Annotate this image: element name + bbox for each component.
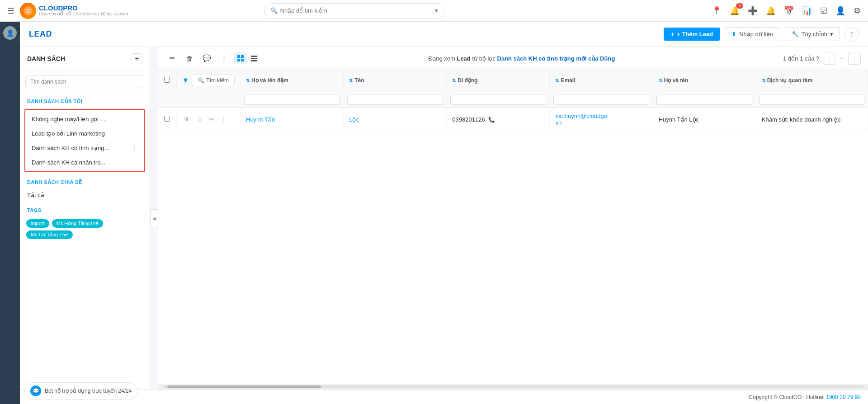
svg-rect-3 [241, 55, 244, 58]
header-email: ⇅ Email [550, 70, 653, 91]
shared-list-item[interactable]: Tất cả [20, 188, 150, 202]
pagination: 1 đến 1 của ? ‹ ··· › [783, 52, 861, 65]
svg-rect-5 [241, 59, 244, 61]
toolbar: ✏ 🗑 💬 ⋮ Đang xem Lead [158, 47, 868, 70]
logo-text: CLOUDPRO CHUYÊN ĐỔI SỐ CHUYÊN SÂU TỪNG N… [39, 5, 128, 16]
alert-icon[interactable]: 🔔 [766, 6, 776, 16]
add-list-button[interactable]: + [132, 53, 142, 64]
hotline-link[interactable]: 1900 29 29 90 [826, 394, 861, 400]
list-item[interactable]: Danh sách KH có tình trạng... ⋮ [25, 141, 144, 155]
col-label: Tên [354, 77, 364, 84]
help-button[interactable]: ? [844, 27, 859, 42]
chatbot-icon: 💬 [30, 385, 41, 396]
search-ten[interactable] [347, 94, 443, 105]
global-search[interactable]: 🔍 ▼ [264, 3, 445, 19]
footer-copyright: Copyright © CloudGO | Hotline: 1900 29 2… [749, 394, 861, 400]
notification-count: 6 [736, 3, 743, 9]
header-ho-va-ten: ⇅ Họ và tên [653, 70, 756, 91]
header-ten: ⇅ Tên [344, 70, 447, 91]
more-row-icon[interactable]: ⋮ [219, 115, 229, 124]
filter-info: Đang xem Lead từ bộ lọc Danh sách KH có … [264, 55, 779, 62]
phone-icon[interactable]: 📞 [488, 117, 495, 123]
search-ho-va-ten[interactable] [656, 94, 752, 105]
page-content: LEAD + + Thêm Lead ⬇ Nhập dữ liệu 🔧 Tùy … [20, 22, 868, 404]
hamburger-menu[interactable]: ☰ [7, 6, 14, 16]
icon-sidebar: 👤 [0, 22, 20, 404]
header-checkbox-col [158, 70, 176, 91]
next-page-button[interactable]: › [848, 52, 861, 65]
search-ho-va-ten-dem[interactable] [244, 94, 340, 105]
search-cell-ho-va-ten-dem [241, 91, 344, 108]
edit-row-icon[interactable]: ✏ [207, 115, 216, 124]
tag-item[interactable]: Ms Hồng Tặng thẻ [52, 219, 103, 228]
add-lead-button[interactable]: + + Thêm Lead [664, 28, 720, 41]
list-item-label: Lead tạo bởi Linh marketing [32, 130, 105, 137]
user-avatar[interactable]: 👤 [3, 26, 17, 40]
svg-rect-4 [237, 59, 240, 61]
ho-va-ten-dem-link[interactable]: Huỳnh Tấn [246, 116, 275, 123]
search-di-dong[interactable] [450, 94, 546, 105]
user-icon[interactable]: 👤 [835, 6, 845, 16]
header-dich-vu: ⇅ Dịch vụ quan tâm [756, 70, 868, 91]
customize-button[interactable]: 🔧 Tùy chỉnh ▾ [785, 27, 840, 41]
list-view-button[interactable] [248, 52, 260, 64]
list-item[interactable]: Danh sách KH cá nhân tro... ⋮ [25, 155, 144, 169]
collapse-panel-button[interactable]: ◀ [150, 209, 158, 227]
row-actions-cell: 👁 ☆ ✏ ⋮ [176, 108, 241, 131]
sort-icon: ⇅ [452, 78, 456, 83]
search-input[interactable] [280, 7, 431, 14]
row-ten: Lộc [344, 108, 447, 131]
table-container: ▼ 🔍 Tìm kiếm ⇅ [158, 70, 868, 384]
location-icon[interactable]: 📍 [712, 6, 722, 16]
filter-link-text[interactable]: Danh sách KH có tình trạng mới của Dũng [497, 55, 615, 62]
table-row: 👁 ☆ ✏ ⋮ Huỳnh Tấn [158, 108, 868, 131]
row-checkbox[interactable] [164, 116, 170, 122]
filter-row-icon[interactable]: ▼ [182, 76, 189, 85]
more-toolbar-icon[interactable]: ⋮ [217, 52, 231, 65]
search-email[interactable] [553, 94, 649, 105]
grid-view-button[interactable] [234, 52, 247, 64]
more-icon[interactable]: ⋮ [132, 144, 138, 151]
comment-icon[interactable]: 💬 [200, 52, 213, 65]
email-link[interactable]: loc.huynh@cloudgo.vn [555, 113, 609, 126]
filter-pre-text: Đang xem [429, 55, 457, 62]
list-item[interactable]: Không nghe máy/Hẹn gọi ... ⋮ [25, 112, 144, 126]
nav-icon-group: 📍 🔔 6 ➕ 🔔 📅 📊 ☑ 👤 ⚙ [712, 6, 861, 16]
tag-item[interactable]: import [26, 219, 49, 228]
ten-link[interactable]: Lộc [349, 116, 359, 123]
delete-icon[interactable]: 🗑 [183, 52, 196, 65]
left-panel: DANH SÁCH + DANH SÁCH CỦA TÔI Không nghe… [20, 47, 150, 390]
table-search-row [158, 91, 868, 108]
col-label: Di động [458, 77, 477, 84]
row-di-dong: 0398201126 📞 [447, 108, 550, 131]
add-circle-icon[interactable]: ➕ [748, 6, 758, 16]
header-actions: + + Thêm Lead ⬇ Nhập dữ liệu 🔧 Tùy chỉnh… [664, 27, 859, 42]
tag-item[interactable]: Ms Chỉ tặng Thẻ [26, 230, 73, 239]
checkbox-icon[interactable]: ☑ [820, 6, 827, 16]
chatbot-widget[interactable]: 💬 Bot hỗ trợ sử dụng trực tuyến 24/24 [24, 382, 137, 399]
row-checkbox-cell [158, 108, 176, 131]
shared-lists-label: DANH SÁCH CHIA SẼ [20, 174, 150, 188]
left-panel-header: DANH SÁCH + [20, 47, 150, 71]
select-all-checkbox[interactable] [164, 77, 170, 83]
view-icon[interactable]: 👁 [182, 115, 192, 124]
header-di-dong: ⇅ Di động [447, 70, 550, 91]
scrollbar-thumb[interactable] [167, 385, 321, 388]
edit-icon[interactable]: ✏ [165, 52, 179, 65]
search-list-input[interactable] [25, 75, 144, 88]
my-lists-box: Không nghe máy/Hẹn gọi ... ⋮ Lead tạo bở… [24, 109, 145, 172]
horizontal-scrollbar[interactable] [158, 384, 868, 390]
list-item[interactable]: Lead tạo bởi Linh marketing ⋮ [25, 126, 144, 141]
calendar-icon[interactable]: 📅 [784, 6, 794, 16]
notification-badge-icon[interactable]: 🔔 6 [730, 6, 740, 16]
star-icon[interactable]: ☆ [195, 115, 204, 124]
top-navigation: ☰ C CLOUDPRO CHUYÊN ĐỔI SỐ CHUYÊN SÂU TỪ… [0, 0, 868, 22]
settings-icon[interactable]: ⚙ [854, 6, 861, 16]
more-options-button[interactable]: ··· [839, 55, 844, 62]
search-btn-icon: 🔍 [198, 77, 204, 84]
prev-page-button[interactable]: ‹ [823, 52, 835, 65]
search-button[interactable]: 🔍 Tìm kiếm [192, 75, 235, 86]
chart-icon[interactable]: 📊 [802, 6, 812, 16]
search-dich-vu[interactable] [760, 94, 864, 105]
import-button[interactable]: ⬇ Nhập dữ liệu [725, 27, 780, 41]
